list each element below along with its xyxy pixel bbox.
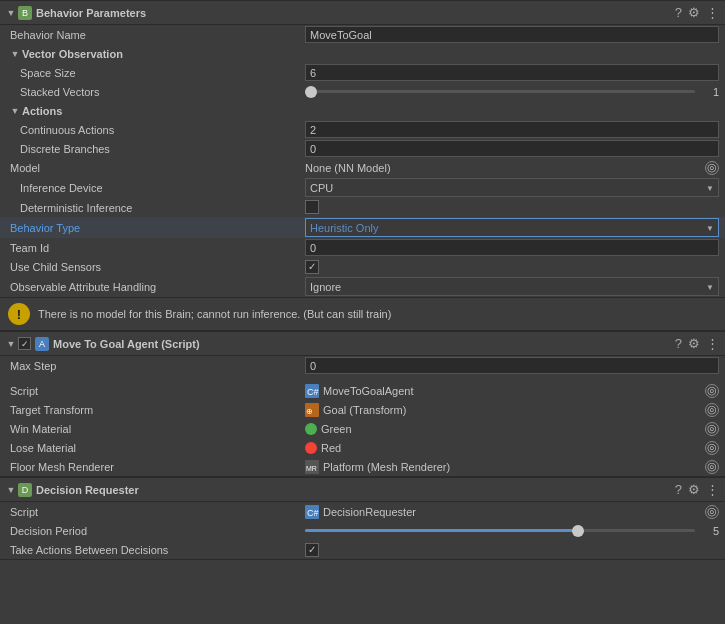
model-value: None (NN Model) ◎ — [305, 161, 725, 175]
inference-device-label: Inference Device — [0, 182, 305, 194]
decision-script-ref: C# DecisionRequester ◎ — [305, 505, 719, 519]
target-transform-name: Goal (Transform) — [323, 404, 701, 416]
observable-attribute-text: Ignore — [310, 281, 341, 293]
decision-script-select[interactable]: ◎ — [705, 505, 719, 519]
team-id-value — [305, 239, 725, 256]
decision-script-value: C# DecisionRequester ◎ — [305, 505, 725, 519]
behavior-type-label: Behavior Type — [0, 222, 305, 234]
decision-period-slider-container: 5 — [305, 525, 719, 537]
floor-mesh-select[interactable]: ◎ — [705, 460, 719, 474]
behavior-name-input[interactable] — [305, 26, 719, 43]
deterministic-inference-label: Deterministic Inference — [0, 202, 305, 214]
actions-collapse[interactable]: ▼ — [10, 106, 20, 116]
agent-title: Move To Goal Agent (Script) — [53, 338, 675, 350]
behavior-type-value: Heuristic Only ▼ — [305, 218, 725, 237]
header-icons: ? ⚙ ⋮ — [675, 5, 719, 20]
inference-device-dropdown[interactable]: CPU ▼ — [305, 178, 719, 197]
model-select-icon[interactable]: ◎ — [705, 161, 719, 175]
win-material-value: Green ◎ — [305, 422, 725, 436]
agent-enabled-checkbox[interactable] — [18, 337, 31, 350]
continuous-actions-row: Continuous Actions — [0, 120, 725, 139]
decision-settings-icon[interactable]: ⚙ — [688, 482, 700, 497]
stacked-vectors-number: 1 — [699, 86, 719, 98]
agent-script-ref: C# MoveToGoalAgent ◎ — [305, 384, 719, 398]
agent-script-name: MoveToGoalAgent — [323, 385, 701, 397]
behavior-params-section: ▼ B Behavior Parameters ? ⚙ ⋮ Behavior N… — [0, 0, 725, 331]
transform-icon: ⊕ — [305, 403, 319, 417]
decision-help-icon[interactable]: ? — [675, 482, 682, 497]
behavior-name-label: Behavior Name — [0, 29, 305, 41]
win-material-select[interactable]: ◎ — [705, 422, 719, 436]
behavior-type-row: Behavior Type Heuristic Only ▼ — [0, 217, 725, 238]
collapse-arrow[interactable]: ▼ — [6, 8, 16, 18]
stacked-vectors-label: Stacked Vectors — [0, 86, 305, 98]
team-id-row: Team Id — [0, 238, 725, 257]
agent-help-icon[interactable]: ? — [675, 336, 682, 351]
take-actions-checkbox[interactable] — [305, 543, 319, 557]
deterministic-inference-row: Deterministic Inference — [0, 198, 725, 217]
warning-box: ! There is no model for this Brain; cann… — [0, 297, 725, 330]
continuous-actions-value — [305, 121, 725, 138]
agent-script-select[interactable]: ◎ — [705, 384, 719, 398]
take-actions-value — [305, 543, 725, 557]
space-size-input[interactable] — [305, 64, 719, 81]
decision-period-thumb[interactable] — [572, 525, 584, 537]
warning-icon: ! — [8, 303, 30, 325]
win-material-dot — [305, 423, 317, 435]
take-actions-row: Take Actions Between Decisions — [0, 540, 725, 559]
inference-device-arrow: ▼ — [706, 183, 714, 192]
target-transform-label: Target Transform — [0, 404, 305, 416]
svg-text:C#: C# — [307, 508, 319, 518]
move-to-goal-header: ▼ A Move To Goal Agent (Script) ? ⚙ ⋮ — [0, 331, 725, 356]
decision-script-row: Script C# DecisionRequester ◎ — [0, 502, 725, 521]
model-label: Model — [0, 162, 305, 174]
decision-requester-title: Decision Requester — [36, 484, 675, 496]
target-transform-value: ⊕ Goal (Transform) ◎ — [305, 403, 725, 417]
behavior-params-header: ▼ B Behavior Parameters ? ⚙ ⋮ — [0, 0, 725, 25]
decision-period-track[interactable] — [305, 529, 695, 532]
more-icon[interactable]: ⋮ — [706, 5, 719, 20]
inference-device-row: Inference Device CPU ▼ — [0, 177, 725, 198]
discrete-branches-input[interactable] — [305, 140, 719, 157]
decision-more-icon[interactable]: ⋮ — [706, 482, 719, 497]
stacked-vectors-track[interactable] — [305, 90, 695, 93]
lose-material-dot — [305, 442, 317, 454]
use-child-sensors-value — [305, 260, 725, 274]
target-transform-select[interactable]: ◎ — [705, 403, 719, 417]
use-child-sensors-checkbox[interactable] — [305, 260, 319, 274]
decision-script-icon: C# — [305, 505, 319, 519]
vec-obs-collapse[interactable]: ▼ — [10, 49, 20, 59]
settings-icon[interactable]: ⚙ — [688, 5, 700, 20]
observable-attribute-label: Observable Attribute Handling — [0, 281, 305, 293]
take-actions-label: Take Actions Between Decisions — [0, 544, 305, 556]
behavior-type-text: Heuristic Only — [310, 222, 378, 234]
deterministic-inference-value — [305, 200, 725, 216]
agent-header-icons: ? ⚙ ⋮ — [675, 336, 719, 351]
win-material-row: Win Material Green ◎ — [0, 419, 725, 438]
space-size-row: Space Size — [0, 63, 725, 82]
stacked-vectors-thumb[interactable] — [305, 86, 317, 98]
lose-material-value: Red ◎ — [305, 441, 725, 455]
discrete-branches-row: Discrete Branches — [0, 139, 725, 158]
behavior-type-dropdown[interactable]: Heuristic Only ▼ — [305, 218, 719, 237]
lose-material-select[interactable]: ◎ — [705, 441, 719, 455]
behavior-name-value — [305, 26, 725, 43]
max-step-input[interactable] — [305, 357, 719, 374]
decision-collapse-arrow[interactable]: ▼ — [6, 485, 16, 495]
agent-more-icon[interactable]: ⋮ — [706, 336, 719, 351]
agent-collapse-arrow[interactable]: ▼ — [6, 339, 16, 349]
deterministic-inference-checkbox[interactable] — [305, 200, 319, 214]
discrete-branches-value — [305, 140, 725, 157]
target-transform-ref: ⊕ Goal (Transform) ◎ — [305, 403, 719, 417]
actions-group: ▼ Actions — [0, 101, 725, 120]
team-id-input[interactable] — [305, 239, 719, 256]
lose-material-ref: Red ◎ — [305, 441, 719, 455]
continuous-actions-label: Continuous Actions — [0, 124, 305, 136]
agent-settings-icon[interactable]: ⚙ — [688, 336, 700, 351]
observable-attribute-dropdown[interactable]: Ignore ▼ — [305, 277, 719, 296]
model-row: Model None (NN Model) ◎ — [0, 158, 725, 177]
continuous-actions-input[interactable] — [305, 121, 719, 138]
help-icon[interactable]: ? — [675, 5, 682, 20]
vector-observation-group: ▼ Vector Observation — [0, 44, 725, 63]
space-size-value — [305, 64, 725, 81]
